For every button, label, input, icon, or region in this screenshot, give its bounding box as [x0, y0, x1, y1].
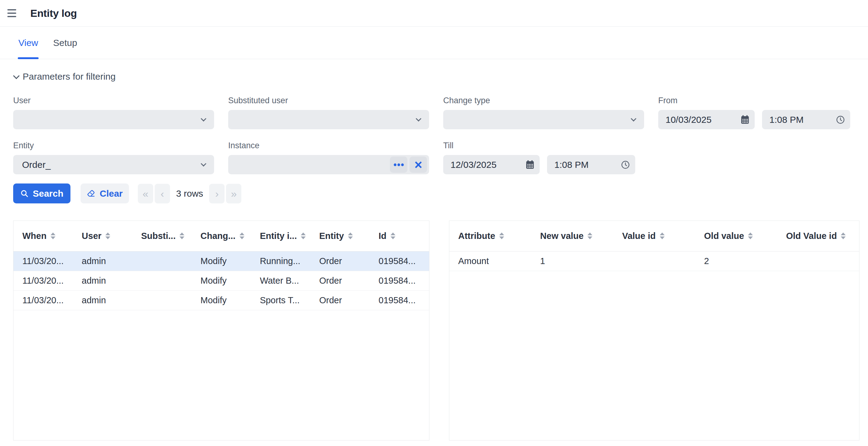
change-type-select[interactable]: [443, 110, 644, 129]
sort-icon[interactable]: [105, 233, 110, 239]
column-label: Old value: [704, 231, 744, 241]
from-date-input[interactable]: 10/03/2025: [658, 110, 755, 129]
column-header[interactable]: Value id: [613, 221, 695, 251]
from-time-input[interactable]: 1:08 PM: [762, 110, 850, 129]
cell: Water B...: [251, 271, 310, 290]
column-header[interactable]: Entity: [310, 221, 370, 251]
clear-button[interactable]: Clear: [81, 183, 129, 203]
cell: Amount: [449, 251, 531, 271]
substituted-user-select[interactable]: [228, 110, 429, 129]
column-header[interactable]: Substi...: [132, 221, 192, 251]
cell: [777, 251, 859, 271]
last-page-button[interactable]: »: [226, 184, 241, 203]
tab-setup[interactable]: Setup: [53, 27, 77, 59]
sort-icon[interactable]: [841, 233, 846, 239]
column-label: Entity i...: [260, 231, 297, 241]
filter-section-title: Parameters for filtering: [23, 71, 116, 82]
table-row[interactable]: 11/03/20...adminModifyWater B...Order019…: [13, 271, 429, 290]
from-date-value: 10/03/2025: [665, 115, 712, 125]
entity-select-value: Order_: [22, 159, 51, 170]
column-label: When: [22, 231, 46, 241]
toolbar: Search Clear « ‹ 3 rows › »: [13, 183, 868, 203]
cell: 019584...: [370, 251, 429, 271]
column-header[interactable]: Entity i...: [251, 221, 310, 251]
user-label: User: [13, 96, 214, 106]
column-label: Value id: [622, 231, 656, 241]
page-title: Entity log: [30, 7, 77, 19]
table-row[interactable]: 11/03/20...adminModifySports T...Order01…: [13, 290, 429, 310]
calendar-icon: [741, 115, 749, 124]
cell: Order: [310, 271, 370, 290]
column-label: Entity: [319, 231, 344, 241]
sort-icon[interactable]: [301, 233, 306, 239]
ellipsis-icon: [394, 163, 404, 166]
sort-icon[interactable]: [348, 233, 353, 239]
column-header[interactable]: Chang...: [192, 221, 251, 251]
instance-input[interactable]: [228, 155, 429, 174]
sort-icon[interactable]: [180, 233, 184, 239]
till-time-input[interactable]: 1:08 PM: [547, 155, 635, 174]
filter-section-toggle[interactable]: Parameters for filtering: [13, 71, 116, 82]
clock-icon: [836, 116, 845, 124]
cell: Modify: [192, 251, 251, 271]
next-page-button[interactable]: ›: [209, 184, 224, 203]
column-label: Attribute: [458, 231, 495, 241]
sort-icon[interactable]: [587, 233, 592, 239]
close-x-icon: [414, 161, 422, 169]
instance-clear-button[interactable]: [409, 156, 427, 173]
tab-view[interactable]: View: [19, 27, 38, 59]
column-label: Old Value id: [786, 231, 837, 241]
chevron-down-icon: [200, 116, 206, 121]
chevron-down-icon: [415, 116, 421, 121]
instance-picker-button[interactable]: [390, 156, 407, 173]
sort-icon[interactable]: [240, 233, 244, 239]
search-button[interactable]: Search: [13, 183, 70, 203]
sort-icon[interactable]: [499, 233, 504, 239]
detail-table: AttributeNew valueValue idOld valueOld V…: [449, 220, 860, 441]
cell: Sports T...: [251, 290, 310, 310]
cell: [132, 251, 192, 271]
from-label: From: [658, 96, 851, 106]
prev-page-button[interactable]: ‹: [155, 184, 170, 203]
column-header[interactable]: Id: [370, 221, 429, 251]
column-label: Chang...: [200, 231, 236, 241]
pagination: « ‹ 3 rows › »: [138, 184, 241, 203]
entity-label: Entity: [13, 141, 214, 150]
log-table: WhenUserSubsti...Chang...Entity i...Enti…: [13, 220, 429, 441]
column-label: Substi...: [141, 231, 176, 241]
till-date-input[interactable]: 12/03/2025: [443, 155, 540, 174]
sort-icon[interactable]: [391, 233, 395, 239]
column-header[interactable]: When: [13, 221, 73, 251]
hamburger-menu-icon[interactable]: [7, 7, 20, 20]
clock-icon: [621, 160, 630, 169]
column-header[interactable]: User: [73, 221, 132, 251]
cell: Running...: [251, 251, 310, 271]
cell: 11/03/20...: [13, 290, 73, 310]
table-row[interactable]: 11/03/20...adminModifyRunning...Order019…: [13, 251, 429, 271]
user-select[interactable]: [13, 110, 214, 129]
column-header[interactable]: Old value: [695, 221, 777, 251]
column-header[interactable]: Attribute: [449, 221, 531, 251]
eraser-icon: [87, 189, 95, 198]
first-page-button[interactable]: «: [138, 184, 153, 203]
column-header[interactable]: New value: [531, 221, 614, 251]
sort-icon[interactable]: [660, 233, 664, 239]
cell: [132, 271, 192, 290]
column-label: New value: [540, 231, 584, 241]
change-type-field-group: Change type: [443, 96, 644, 129]
cell: Modify: [192, 271, 251, 290]
filter-grid: User Substituted user Change type From: [13, 96, 855, 174]
entity-select[interactable]: Order_: [13, 155, 214, 174]
cell: 019584...: [370, 290, 429, 310]
chevron-down-icon: [631, 116, 636, 121]
sort-icon[interactable]: [748, 233, 753, 239]
sort-icon[interactable]: [51, 233, 56, 239]
change-type-label: Change type: [443, 96, 644, 106]
cell: Order: [310, 251, 370, 271]
cell: 11/03/20...: [13, 251, 73, 271]
table-row[interactable]: Amount12: [449, 251, 859, 271]
column-header[interactable]: Old Value id: [777, 221, 859, 251]
till-date-value: 12/03/2025: [451, 159, 496, 170]
rows-count-label: 3 rows: [176, 188, 203, 199]
calendar-icon: [526, 160, 534, 169]
